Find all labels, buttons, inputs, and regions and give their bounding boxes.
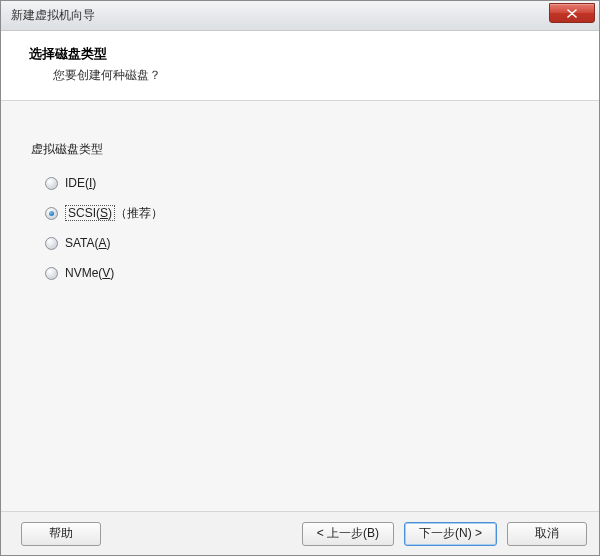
radio-sata[interactable]: SATA(A): [45, 228, 569, 258]
radio-icon: [45, 267, 58, 280]
radio-label: IDE(I): [65, 176, 96, 190]
content-area: 虚拟磁盘类型 IDE(I) SCSI(S) （推荐） SATA(A): [1, 101, 599, 511]
page-title: 选择磁盘类型: [29, 45, 579, 63]
window-title: 新建虚拟机向导: [11, 7, 95, 24]
page-subtitle: 您要创建何种磁盘？: [29, 67, 579, 84]
help-button[interactable]: 帮助: [21, 522, 101, 546]
wizard-header: 选择磁盘类型 您要创建何种磁盘？: [1, 31, 599, 101]
radio-label: SATA(A): [65, 236, 111, 250]
radio-nvme[interactable]: NVMe(V): [45, 258, 569, 288]
wizard-window: 新建虚拟机向导 选择磁盘类型 您要创建何种磁盘？ 虚拟磁盘类型 IDE(I) S…: [0, 0, 600, 556]
titlebar: 新建虚拟机向导: [1, 1, 599, 31]
cancel-button[interactable]: 取消: [507, 522, 587, 546]
radio-label: NVMe(V): [65, 266, 114, 280]
group-label: 虚拟磁盘类型: [31, 141, 569, 158]
radio-scsi[interactable]: SCSI(S) （推荐）: [45, 198, 569, 228]
radio-ide[interactable]: IDE(I): [45, 168, 569, 198]
radio-icon: [45, 237, 58, 250]
footer: 帮助 < 上一步(B) 下一步(N) > 取消: [1, 511, 599, 555]
back-button[interactable]: < 上一步(B): [302, 522, 394, 546]
disk-type-radio-group: IDE(I) SCSI(S) （推荐） SATA(A) NVMe(V): [31, 168, 569, 288]
radio-label: SCSI(S) （推荐）: [65, 205, 163, 222]
close-button[interactable]: [549, 3, 595, 23]
next-button[interactable]: 下一步(N) >: [404, 522, 497, 546]
radio-icon: [45, 207, 58, 220]
close-icon: [567, 9, 577, 18]
radio-icon: [45, 177, 58, 190]
